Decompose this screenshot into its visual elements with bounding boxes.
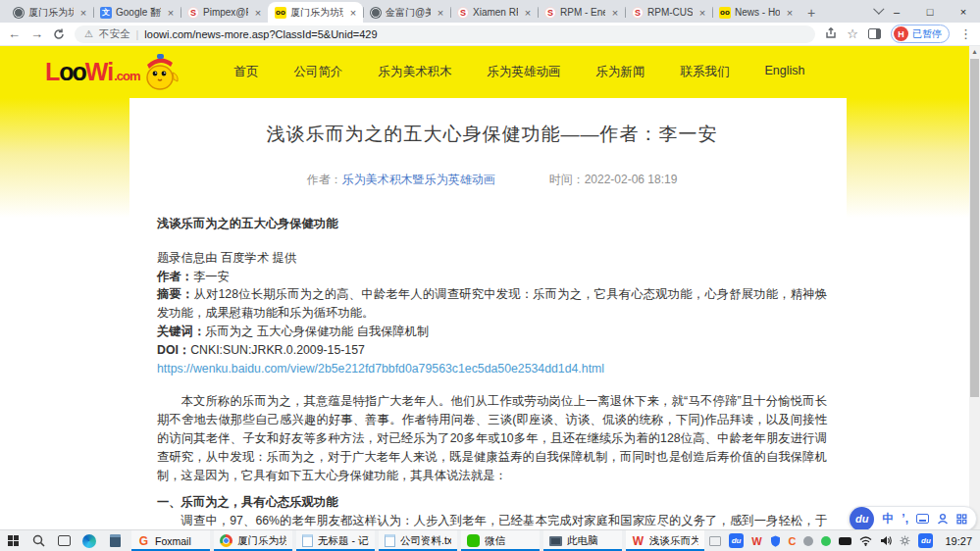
- meta-author-link[interactable]: 乐为美术积木暨乐为英雄动画: [342, 173, 495, 186]
- nav-item-contact[interactable]: 联系我们: [681, 64, 730, 80]
- forward-icon[interactable]: →: [30, 27, 43, 40]
- browser-tab-9[interactable]: News - How ×: [712, 2, 799, 23]
- start-button[interactable]: [0, 530, 26, 551]
- ime-punctuation-icon[interactable]: ’,: [902, 513, 908, 525]
- new-tab-button[interactable]: +: [799, 2, 823, 23]
- profile-avatar[interactable]: H: [894, 26, 908, 41]
- desktop-screen: 厦门乐为坊玩 × Google 翻译 × Pimpex@RPM × 厦门乐为坊玩…: [0, 0, 980, 551]
- ime-menu-grid-icon[interactable]: [956, 514, 967, 525]
- baidu-ime-tray-icon[interactable]: du: [729, 533, 744, 548]
- back-icon[interactable]: ←: [8, 27, 21, 40]
- author-line: 作者：李一安: [157, 268, 827, 286]
- baidu-ime-logo-icon[interactable]: du: [850, 507, 874, 531]
- nav-item-hero-animation[interactable]: 乐为英雄动画: [488, 64, 561, 80]
- camera-icon[interactable]: [839, 537, 851, 545]
- side-panel-icon[interactable]: [868, 28, 881, 39]
- scroll-up-icon[interactable]: ▴: [969, 46, 980, 58]
- baidu-ime-tray-icon-2[interactable]: du: [918, 533, 933, 548]
- wifi-icon[interactable]: [859, 536, 872, 546]
- minimize-button[interactable]: –: [880, 0, 913, 23]
- section-heading-1: 一、乐而为之，具有心态乐观功能: [157, 493, 827, 512]
- task-view-button[interactable]: [51, 530, 77, 551]
- close-button[interactable]: ×: [947, 0, 980, 23]
- edge-launcher[interactable]: [77, 530, 102, 551]
- browser-tab-6[interactable]: Xiamen RPM ×: [450, 2, 538, 23]
- address-bar[interactable]: ⚠ 不安全 | loowi.com/news-more.asp?ClassId=…: [75, 25, 815, 43]
- web-page: LooWi.com 首页 公司简介 乐为美术积木 乐为英雄动画: [0, 46, 980, 529]
- tab-close-icon[interactable]: ×: [165, 7, 177, 19]
- loowi-logo[interactable]: LooWi.com: [45, 53, 183, 92]
- gray-status-icon[interactable]: [803, 536, 813, 546]
- wps-icon: W: [632, 534, 645, 547]
- tab-close-icon[interactable]: ×: [696, 7, 708, 19]
- gear-icon[interactable]: [900, 535, 910, 546]
- browser-tab-4-active[interactable]: 厦门乐为坊玩 ×: [268, 2, 363, 23]
- globe-favicon: [370, 7, 382, 19]
- share-icon[interactable]: [825, 27, 837, 41]
- tab-close-icon[interactable]: ×: [77, 7, 89, 19]
- taskbar-search-button[interactable]: [26, 530, 51, 551]
- tab-close-icon[interactable]: ×: [252, 7, 264, 19]
- maximize-button[interactable]: □: [913, 0, 947, 23]
- not-secure-label: 不安全: [99, 27, 130, 41]
- doi-line: DOI：CNKI:SUN:JRKR.0.2009-15-157: [157, 341, 827, 360]
- taskbar-app-chrome[interactable]: 厦门乐为坊玩...: [214, 530, 292, 551]
- baidu-ime-bar[interactable]: du 中 ’,: [849, 506, 977, 531]
- taskbar-app-notepad-untitled[interactable]: 无标题 - 记事本: [296, 530, 375, 551]
- ime-chinese-mode-icon[interactable]: 中: [882, 513, 894, 525]
- search-icon: [32, 534, 45, 547]
- browser-tab-3[interactable]: Pimpex@RPM ×: [181, 2, 268, 23]
- browser-tab-7[interactable]: RPM - Energ ×: [538, 2, 625, 23]
- nav-item-home[interactable]: 首页: [234, 64, 259, 80]
- green-status-icon[interactable]: [821, 536, 831, 546]
- tab-title: 金富门@美帅: [386, 6, 431, 20]
- nav-item-news[interactable]: 乐为新闻: [596, 64, 645, 80]
- ime-status-icon[interactable]: [709, 536, 721, 546]
- browser-toolbar: ← → ⚠ 不安全 | loowi.com/news-more.asp?Clas…: [0, 23, 980, 46]
- reload-icon[interactable]: [53, 28, 65, 40]
- tab-close-icon[interactable]: ×: [784, 7, 796, 19]
- ime-account-icon[interactable]: [937, 513, 949, 525]
- calculator-launcher[interactable]: [102, 530, 128, 551]
- volume-icon[interactable]: [880, 535, 892, 546]
- tab-close-icon[interactable]: ×: [347, 7, 359, 19]
- translate-favicon: [100, 7, 112, 19]
- page-scrollbar[interactable]: ▴: [969, 46, 980, 529]
- nav-item-english[interactable]: English: [765, 64, 805, 80]
- tab-close-icon[interactable]: ×: [435, 7, 446, 19]
- taskbar-app-notepad-company[interactable]: 公司资料.txt -...: [379, 530, 457, 551]
- taskbar-app-wps[interactable]: W 浅谈乐而为之...: [626, 530, 704, 551]
- nav-item-art-blocks[interactable]: 乐为美术积木: [379, 64, 452, 80]
- wenku-link[interactable]: https://wenku.baidu.com/view/2b5e212fd7b…: [157, 362, 604, 376]
- not-secure-warning-icon[interactable]: ⚠: [84, 28, 93, 39]
- scrollbar-thumb[interactable]: [970, 59, 979, 397]
- url-text[interactable]: loowi.com/news-more.asp?ClassId=5&Unid=4…: [144, 28, 377, 40]
- bookmark-star-icon[interactable]: ☆: [847, 27, 858, 40]
- meta-time: 时间：2022-02-06 18:19: [549, 172, 678, 188]
- nav-item-company-intro[interactable]: 公司简介: [294, 64, 343, 80]
- tab-close-icon[interactable]: ×: [609, 7, 621, 19]
- ime-soft-keyboard-icon[interactable]: [916, 514, 929, 524]
- notepad-icon: [385, 534, 395, 547]
- taskbar-clock[interactable]: 19:27: [945, 535, 972, 547]
- taskbar-app-this-pc[interactable]: 此电脑: [543, 530, 622, 551]
- shield-icon[interactable]: [770, 535, 781, 547]
- flame-c-icon[interactable]: C: [789, 535, 797, 547]
- edge-icon: [82, 534, 96, 548]
- taskbar-app-wechat[interactable]: 微信: [461, 530, 540, 551]
- meta-author: 作者：乐为美术积木暨乐为英雄动画: [307, 172, 495, 188]
- browser-menu-icon[interactable]: ⋮: [959, 27, 972, 40]
- browser-tab-2[interactable]: Google 翻译 ×: [93, 2, 181, 23]
- sync-paused-button[interactable]: H 已暂停: [891, 25, 950, 43]
- browser-tab-strip: 厦门乐为坊玩 × Google 翻译 × Pimpex@RPM × 厦门乐为坊玩…: [0, 0, 980, 23]
- system-tray: du W C du 19:27: [709, 530, 980, 551]
- taskbar-app-foxmail[interactable]: G Foxmail: [131, 530, 210, 551]
- browser-tab-8[interactable]: RPM-CUSTO ×: [625, 2, 712, 23]
- browser-tab-1[interactable]: 厦门乐为坊玩 ×: [6, 2, 93, 23]
- loowi-logo-text: LooWi.com: [45, 58, 140, 86]
- browser-tab-5[interactable]: 金富门@美帅 ×: [363, 2, 450, 23]
- wps-tray-icon[interactable]: W: [751, 535, 761, 547]
- article-title: 浅谈乐而为之的五大心身保健功能——作者：李一安: [157, 122, 827, 147]
- tab-close-icon[interactable]: ×: [522, 7, 534, 19]
- tab-title: News - How: [735, 7, 780, 18]
